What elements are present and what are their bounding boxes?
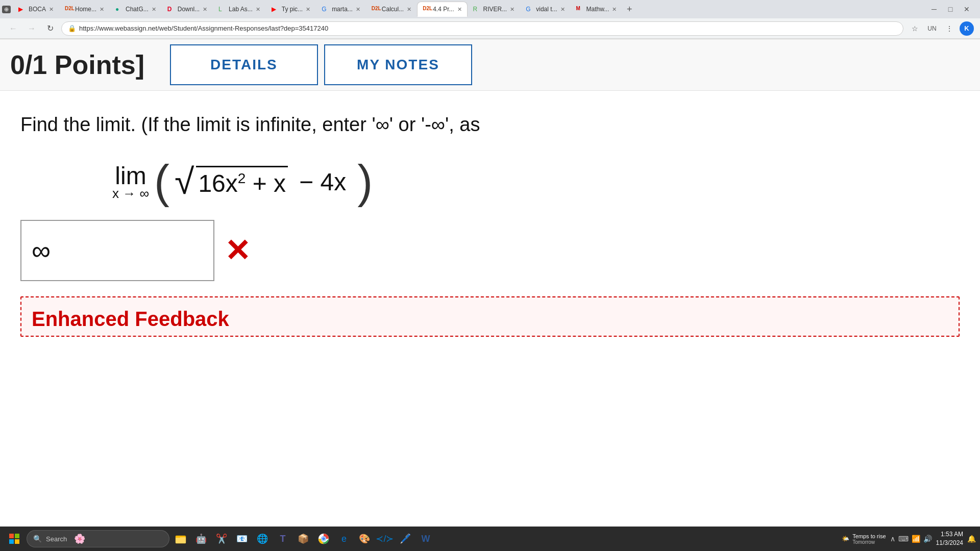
minus-sign: − 4x (299, 168, 346, 196)
taskbar-word[interactable]: W (416, 530, 435, 548)
tab-youtube[interactable]: ▶ BOCA ✕ (13, 2, 59, 17)
weather-sub: Tomorrow (852, 539, 886, 545)
tab-label-44pr: 4.4 Pr... (433, 6, 454, 13)
tab-close-calcul[interactable]: ✕ (407, 6, 411, 13)
tab-close-ty[interactable]: ✕ (306, 6, 310, 13)
tab-label-ty: Ty pic... (282, 6, 303, 13)
taskbar-figma[interactable]: 🎨 (355, 530, 374, 548)
back-button[interactable]: ← (6, 21, 20, 36)
address-bar: ← → ↻ 🔒 https://www.webassign.net/web/St… (0, 18, 980, 39)
answer-section: ∞ ✕ (0, 215, 980, 286)
sqrt-content: 16x2 + x (196, 166, 288, 197)
tab-favicon-marta: G (322, 6, 329, 13)
volume-icon[interactable]: 🔊 (923, 535, 932, 543)
tab-close-yt[interactable]: ✕ (49, 6, 54, 13)
math-formula: lim x → ∞ ( √ 16x2 + x − 4x ) (112, 159, 373, 205)
bookmark-button[interactable]: ☆ (908, 21, 922, 36)
limit-notation: lim x → ∞ (112, 162, 149, 202)
url-bar[interactable]: 🔒 https://www.webassign.net/web/Student/… (61, 21, 903, 36)
taskbar-search-icon: 🔍 (33, 535, 42, 543)
taskbar-weather[interactable]: 🌤️ Temps to rise Tomorrow (842, 533, 886, 545)
taskbar-mail[interactable]: 📧 (233, 530, 251, 548)
tab-vidal[interactable]: G vidal t... ✕ (520, 2, 570, 17)
taskbar-snipping[interactable]: ✂️ (212, 530, 231, 548)
action-buttons: DETAILS MY NOTES (170, 44, 472, 85)
refresh-button[interactable]: ↻ (43, 21, 57, 36)
points-label: 0/1 Points] (10, 49, 144, 80)
taskbar-sys-icons: ∧ ⌨ 📶 🔊 (890, 535, 932, 543)
tab-calcul[interactable]: D2L Calcul... ✕ (366, 2, 417, 17)
top-section: 0/1 Points] DETAILS MY NOTES (0, 39, 980, 91)
tab-close-home[interactable]: ✕ (100, 6, 104, 13)
tab-close-marta[interactable]: ✕ (356, 6, 360, 13)
tab-home[interactable]: D2L Home... ✕ (59, 2, 110, 17)
new-tab-button[interactable]: + (622, 2, 636, 16)
tab-label-marta: marta... (332, 6, 353, 13)
taskbar-copilot[interactable]: 🤖 (192, 530, 210, 548)
browser-chrome: ⊕ ▶ BOCA ✕ D2L Home... ✕ ● ChatG... ✕ D … (0, 0, 980, 39)
tab-44pr[interactable]: D2L 4.4 Pr... ✕ (417, 2, 467, 17)
tab-favicon-calcul: D2L (372, 6, 379, 13)
tab-favicon-44pr: D2L (423, 6, 430, 13)
weather-text: Temps to rise (852, 533, 886, 539)
tab-favicon-yt: ▶ (18, 6, 26, 13)
taskbar-search-text: Search (46, 535, 67, 543)
tab-favicon-chat: ● (115, 6, 122, 13)
taskbar-clock[interactable]: 1:53 AM 11/3/2024 (936, 530, 963, 547)
taskbar-teams[interactable]: T (274, 530, 292, 548)
details-button[interactable]: DETAILS (170, 44, 318, 85)
taskbar-dropbox[interactable]: 📦 (294, 530, 312, 548)
answer-value: ∞ (32, 235, 51, 266)
tab-close-lab[interactable]: ✕ (256, 6, 260, 13)
start-button[interactable] (4, 529, 24, 549)
tab-bar: ⊕ ▶ BOCA ✕ D2L Home... ✕ ● ChatG... ✕ D … (0, 0, 980, 18)
minimize-button[interactable]: ─ (927, 2, 941, 16)
feedback-section: Enhanced Feedback (20, 296, 960, 337)
close-window-button[interactable]: ✕ (960, 2, 974, 16)
taskbar-search-box[interactable]: 🔍 Search 🌸 (27, 530, 169, 547)
tab-river[interactable]: R RIVER... ✕ (468, 2, 521, 17)
wifi-icon[interactable]: 📶 (912, 535, 920, 543)
forward-button[interactable]: → (24, 21, 39, 36)
tab-marta[interactable]: G marta... ✕ (316, 2, 366, 17)
tab-bar-extra: ⊕ (2, 6, 13, 13)
chevron-up-icon[interactable]: ∧ (890, 535, 895, 543)
notification-button[interactable]: 🔔 (967, 535, 976, 543)
open-paren: ( (154, 159, 169, 205)
taskbar-right-section: 🌤️ Temps to rise Tomorrow ∧ ⌨ 📶 🔊 1:53 A… (842, 530, 976, 547)
taskbar-browser[interactable]: 🌐 (253, 530, 272, 548)
page-content: 0/1 Points] DETAILS MY NOTES Find the li… (0, 39, 980, 337)
browser-menu-button[interactable]: ⋮ (942, 21, 957, 36)
lim-subscript: x → ∞ (112, 186, 149, 202)
tab-close-chat[interactable]: ✕ (152, 6, 156, 13)
tab-close-river[interactable]: ✕ (510, 6, 514, 13)
keyboard-icon[interactable]: ⌨ (898, 535, 909, 543)
extension-button[interactable]: UN (925, 21, 939, 36)
maximize-button[interactable]: □ (943, 2, 958, 16)
my-notes-button[interactable]: MY NOTES (324, 44, 472, 85)
taskbar-wacom[interactable]: 🖊️ (396, 530, 414, 548)
taskbar-file-explorer[interactable] (172, 530, 190, 548)
tab-favicon-home: D2L (65, 6, 72, 13)
svg-rect-2 (9, 539, 14, 544)
tab-close-downl[interactable]: ✕ (203, 6, 207, 13)
profile-button[interactable]: K (960, 21, 974, 36)
tab-chatgpt[interactable]: ● ChatG... ✕ (110, 2, 162, 17)
tab-lab[interactable]: L Lab As... ✕ (213, 2, 266, 17)
tab-close-math[interactable]: ✕ (612, 6, 617, 13)
weather-info: Temps to rise Tomorrow (852, 533, 886, 545)
clock-time: 1:53 AM (936, 530, 963, 539)
tab-math[interactable]: M Mathw... ✕ (571, 2, 623, 17)
tab-close-44pr[interactable]: ✕ (457, 6, 462, 13)
tab-ty[interactable]: ▶ Ty pic... ✕ (266, 2, 316, 17)
svg-rect-0 (9, 534, 14, 538)
taskbar-edge[interactable]: e (335, 530, 353, 548)
sqrt-symbol: √ (175, 166, 194, 198)
tab-label-yt: BOCA (29, 6, 46, 13)
taskbar-vscode[interactable]: ≺/≻ (376, 530, 394, 548)
tab-label-downl: Downl... (178, 6, 200, 13)
tab-close-vidal[interactable]: ✕ (560, 6, 565, 13)
svg-point-10 (322, 537, 325, 540)
taskbar-chrome[interactable] (314, 530, 333, 548)
tab-downl[interactable]: D Downl... ✕ (162, 2, 213, 17)
